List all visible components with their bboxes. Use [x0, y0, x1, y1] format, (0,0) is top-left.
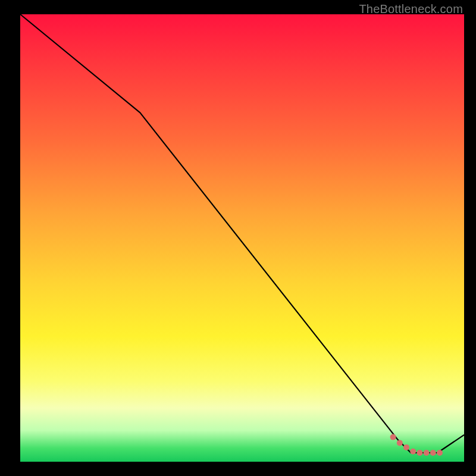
chart-overlay — [0, 0, 476, 476]
marker-point — [390, 434, 396, 440]
marker-point — [437, 450, 443, 456]
marker-point — [430, 450, 436, 456]
curve-line — [20, 14, 464, 453]
marker-point — [424, 450, 430, 456]
marker-point — [410, 449, 416, 455]
marker-point — [397, 440, 403, 446]
marker-point — [416, 450, 422, 456]
marker-point — [403, 444, 409, 450]
chart-stage: TheBottleneck.com — [0, 0, 476, 476]
